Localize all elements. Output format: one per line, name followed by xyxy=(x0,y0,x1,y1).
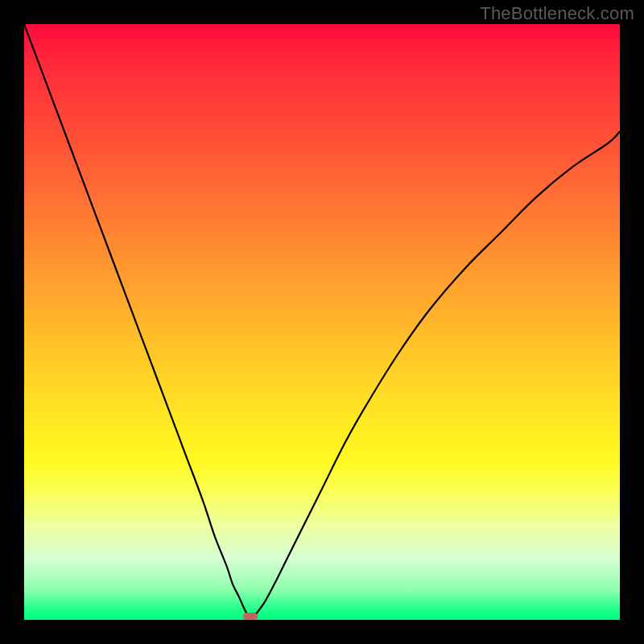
plot-area xyxy=(24,24,620,620)
watermark-text: TheBottleneck.com xyxy=(480,3,634,24)
curve-right-path xyxy=(250,131,620,618)
curve-left-path xyxy=(24,24,250,619)
optimum-marker xyxy=(243,613,258,620)
bottleneck-curve xyxy=(24,24,620,620)
frame: TheBottleneck.com xyxy=(0,0,644,644)
